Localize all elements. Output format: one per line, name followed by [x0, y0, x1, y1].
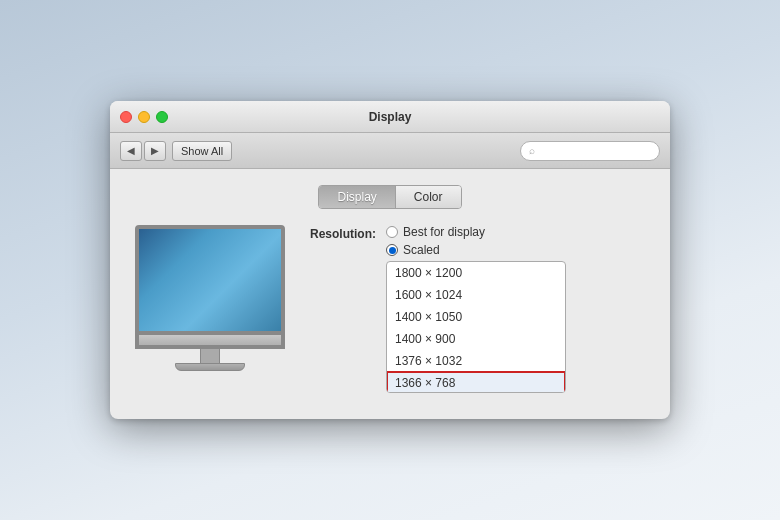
resolution-options: Best for display Scaled 1800 × 1200 1600…	[386, 225, 566, 393]
system-preferences-window: Display ◀ ▶ Show All ⌕ Display Color	[110, 101, 670, 419]
nav-buttons: ◀ ▶	[120, 141, 166, 161]
monitor-bezel	[135, 335, 285, 349]
tab-group: Display Color	[318, 185, 461, 209]
scaled-radio[interactable]	[386, 244, 398, 256]
tab-color[interactable]: Color	[396, 186, 461, 208]
zoom-button[interactable]	[156, 111, 168, 123]
search-icon: ⌕	[529, 145, 535, 156]
main-row: Resolution: Best for display Scaled	[130, 225, 650, 399]
titlebar: Display	[110, 101, 670, 133]
scaled-label: Scaled	[403, 243, 440, 257]
tabs-row: Display Color	[130, 185, 650, 209]
resolution-item[interactable]: 1400 × 1050	[387, 306, 565, 328]
settings-panel: Resolution: Best for display Scaled	[306, 225, 650, 399]
monitor-container	[130, 225, 290, 371]
best-for-display-label: Best for display	[403, 225, 485, 239]
search-box: ⌕	[520, 141, 660, 161]
resolution-label: Resolution:	[306, 225, 376, 241]
search-input[interactable]	[539, 145, 651, 157]
show-all-button[interactable]: Show All	[172, 141, 232, 161]
monitor-screen	[135, 225, 285, 335]
minimize-button[interactable]	[138, 111, 150, 123]
traffic-lights	[120, 111, 168, 123]
resolution-item[interactable]: 1600 × 1024	[387, 284, 565, 306]
window-title: Display	[369, 110, 412, 124]
tab-display[interactable]: Display	[319, 186, 395, 208]
scaled-row: Scaled	[386, 243, 566, 257]
close-button[interactable]	[120, 111, 132, 123]
resolution-item-selected[interactable]: 1366 × 768	[387, 372, 565, 392]
content-area: Display Color	[110, 169, 670, 419]
forward-button[interactable]: ▶	[144, 141, 166, 161]
resolution-item[interactable]: 1800 × 1200	[387, 262, 565, 284]
red-arrow	[235, 395, 395, 419]
toolbar: ◀ ▶ Show All ⌕	[110, 133, 670, 169]
resolution-row: Resolution: Best for display Scaled	[306, 225, 650, 393]
monitor-neck	[200, 349, 220, 363]
back-button[interactable]: ◀	[120, 141, 142, 161]
best-for-display-row: Best for display	[386, 225, 566, 239]
resolution-item[interactable]: 1400 × 900	[387, 328, 565, 350]
best-for-display-radio[interactable]	[386, 226, 398, 238]
resolution-list[interactable]: 1800 × 1200 1600 × 1024 1400 × 1050 1400…	[387, 262, 565, 392]
resolution-list-wrapper: 1800 × 1200 1600 × 1024 1400 × 1050 1400…	[386, 261, 566, 393]
resolution-item[interactable]: 1376 × 1032	[387, 350, 565, 372]
monitor-base	[175, 363, 245, 371]
